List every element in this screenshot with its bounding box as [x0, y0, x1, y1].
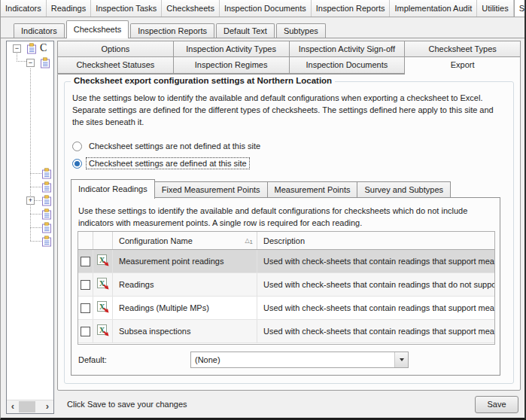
checksheet-icon[interactable]: [41, 208, 52, 220]
column-header-configuration-name[interactable]: Configuration Name △1: [113, 232, 257, 249]
radio-option[interactable]: Checksheet settings are defined at this …: [72, 158, 513, 169]
checksheet-icon[interactable]: [41, 168, 52, 179]
settings-section-tabs: IndicatorsChecksheetsInspection ReportsD…: [1, 17, 524, 38]
readings-tabstrip: Indicator ReadingsFixed Measurement Poin…: [71, 178, 500, 198]
radio-option[interactable]: Checksheet settings are not defined at t…: [72, 141, 513, 151]
settings-tab-inspection-regimes[interactable]: Inspection Regimes: [174, 57, 290, 74]
checksheet-icon[interactable]: [41, 222, 52, 233]
section-tab-inspection-reports[interactable]: Inspection Reports: [130, 23, 214, 38]
tree-connector-line: [30, 187, 41, 187]
table-row[interactable]: XMeasurement point readingsUsed with che…: [78, 250, 494, 273]
radio-label[interactable]: Checksheet settings are not defined at t…: [87, 141, 263, 151]
excel-export-icon: X: [97, 324, 109, 338]
row-checkbox[interactable]: [81, 280, 90, 290]
radio-button-icon[interactable]: [72, 159, 82, 169]
menu-tab-implementation-audit[interactable]: Implementation Audit: [390, 0, 477, 17]
configuration-name-cell: Measurement point readings: [113, 250, 257, 272]
tree-expander-icon[interactable]: +: [26, 196, 35, 205]
row-checkbox[interactable]: [81, 303, 90, 313]
tree-connector-line: [17, 61, 26, 62]
default-configuration-dropdown[interactable]: (None): [190, 352, 409, 368]
row-checkbox[interactable]: [81, 327, 90, 336]
checksheets-page: −C−+ ‹ › OptionsInspection Activity Type…: [4, 39, 521, 415]
tree-expander-icon[interactable]: −: [13, 44, 21, 53]
checkbox-cell: [78, 297, 93, 319]
table-header-row: Configuration Name △1 Description: [78, 232, 494, 250]
scrollbar-track[interactable]: [35, 400, 41, 413]
menu-tab-inspection-tasks[interactable]: Inspection Tasks: [91, 0, 162, 17]
menu-tab-utilities[interactable]: Utilities: [477, 0, 513, 17]
reading-tab-measurement-points[interactable]: Measurement Points: [268, 181, 358, 198]
radio-label[interactable]: Checksheet settings are defined at this …: [87, 158, 249, 169]
column-header-description[interactable]: Description: [257, 232, 494, 249]
tree-connector-line: [30, 241, 41, 242]
application-window: IndicatorsReadingsInspection TasksChecks…: [0, 0, 526, 420]
column-header-label: Description: [263, 236, 305, 245]
settings-tab-inspection-activity-types[interactable]: Inspection Activity Types: [174, 41, 290, 57]
menu-tab-settings[interactable]: Settings: [514, 0, 524, 17]
section-tab-indicators[interactable]: Indicators: [14, 23, 65, 38]
checksheet-icon[interactable]: [26, 43, 37, 54]
export-configuration-groupbox: Checksheet export configuration settings…: [64, 81, 514, 384]
checksheet-settings-tabcontrol: OptionsInspection Activity TypesInspecti…: [57, 41, 521, 391]
settings-tab-rows: OptionsInspection Activity TypesInspecti…: [57, 41, 521, 74]
dropdown-selected-value: (None): [191, 355, 394, 364]
checksheet-icon[interactable]: [41, 195, 52, 206]
radio-button-icon[interactable]: [72, 142, 82, 151]
dropdown-button[interactable]: [394, 352, 408, 367]
default-label: Default:: [78, 355, 190, 364]
tree-horizontal-scrollbar[interactable]: ‹ ›: [7, 400, 53, 413]
table-row[interactable]: XReadingsUsed with check-sheets that con…: [78, 273, 494, 297]
icon-cell: X: [93, 320, 113, 342]
excel-export-icon: X: [97, 254, 109, 268]
settings-tab-checksheet-types[interactable]: Checksheet Types: [405, 41, 521, 57]
scroll-left-icon[interactable]: ‹: [7, 400, 19, 413]
scroll-right-icon[interactable]: ›: [41, 400, 53, 413]
tree-node-label[interactable]: C: [40, 42, 47, 54]
reading-tab-survey-and-subtypes[interactable]: Survey and Subtypes: [357, 181, 451, 198]
export-tab-page: Checksheet export configuration settings…: [57, 74, 521, 391]
status-message: Click Save to save your changes: [67, 400, 475, 409]
scrollbar-thumb[interactable]: [19, 401, 35, 412]
menu-tab-indicators[interactable]: Indicators: [1, 0, 47, 17]
settings-tab-inspection-activity-sign-off[interactable]: Inspection Activity Sign-off: [290, 41, 406, 57]
section-tab-default-text[interactable]: Default Text: [216, 23, 275, 38]
reading-tab-indicator-readings[interactable]: Indicator Readings: [71, 179, 155, 199]
description-cell: Used with check-sheets that contain read…: [257, 273, 494, 296]
settings-tab-checksheet-statuses[interactable]: Checksheet Statuses: [57, 57, 174, 74]
menu-tab-inspection-reports[interactable]: Inspection Reports: [312, 0, 391, 17]
tree-connector-line: [30, 173, 41, 174]
settings-tab-export[interactable]: Export: [405, 57, 521, 75]
settings-tab-row: Checksheet StatusesInspection RegimesIns…: [57, 57, 521, 74]
description-cell: Used with check-sheets that contain read…: [257, 320, 494, 342]
settings-tab-options[interactable]: Options: [57, 41, 174, 57]
excel-export-icon: X: [97, 301, 109, 315]
row-checkbox[interactable]: [81, 257, 90, 266]
checkbox-cell: [78, 320, 93, 342]
column-header-label: Configuration Name: [119, 236, 193, 245]
menu-tab-checksheets[interactable]: Checksheets: [162, 0, 220, 17]
configuration-name-cell: Subsea inspections: [113, 320, 257, 342]
checksheet-icon[interactable]: [41, 236, 52, 247]
table-row[interactable]: XReadings (Multiple MPs)Used with check-…: [78, 297, 494, 320]
column-header-icon[interactable]: [93, 232, 113, 249]
indicator-readings-page: Use these settings to identify the avail…: [71, 197, 500, 376]
menu-tab-readings[interactable]: Readings: [47, 0, 91, 17]
section-tab-subtypes[interactable]: Subtypes: [276, 23, 326, 38]
checkbox-cell: [78, 250, 93, 272]
tree-connector-line: [30, 68, 31, 241]
tree-connector-line: [30, 214, 41, 215]
section-tab-checksheets[interactable]: Checksheets: [66, 20, 129, 38]
settings-tab-inspection-documents[interactable]: Inspection Documents: [290, 57, 406, 74]
menu-tab-inspection-documents[interactable]: Inspection Documents: [220, 0, 312, 17]
reading-tab-fixed-measurement-points[interactable]: Fixed Measurement Points: [155, 181, 268, 198]
top-menu-bar: IndicatorsReadingsInspection TasksChecks…: [1, 0, 524, 17]
table-row[interactable]: XSubsea inspectionsUsed with check-sheet…: [78, 320, 494, 343]
checksheet-icon[interactable]: [40, 57, 50, 68]
tree-expander-icon[interactable]: −: [26, 59, 35, 67]
column-header-checkbox[interactable]: [78, 232, 93, 249]
save-button[interactable]: Save: [475, 396, 518, 413]
settings-region: OptionsInspection Activity TypesInspecti…: [57, 41, 521, 415]
checksheet-icon[interactable]: [41, 181, 52, 193]
default-configuration-row: Default: (None): [78, 352, 409, 368]
